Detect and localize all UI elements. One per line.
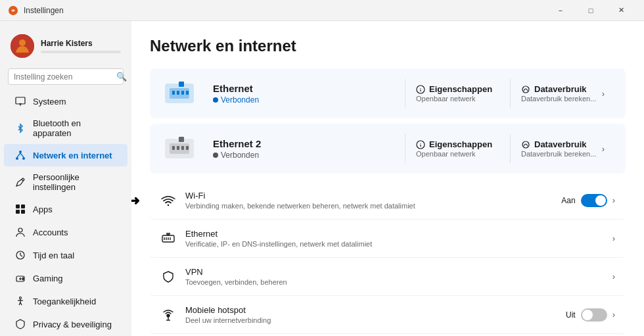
sidebar-item-netwerk[interactable]: Netwerk en internet <box>4 144 127 166</box>
ethernet-1-dataverbruik-sub: Dataverbruik bereken... <box>521 95 602 103</box>
ethernet-1-chevron: › <box>602 89 605 99</box>
clock-icon <box>14 249 26 261</box>
user-name: Harrie Kisters <box>41 39 121 48</box>
ethernet-2-chevron: › <box>602 144 605 154</box>
network-top-cards: Ethernet Verbonden Eigenschappen Openbaa… <box>150 68 626 174</box>
svg-line-19 <box>20 255 22 256</box>
bluetooth-icon <box>14 122 26 134</box>
ethernet-1-eigenschappen-label: Eigenschappen <box>429 84 492 94</box>
sidebar-item-apps[interactable]: Apps <box>4 198 127 220</box>
svg-rect-50 <box>186 146 189 150</box>
accessibility-icon <box>14 295 26 307</box>
svg-point-25 <box>20 297 22 299</box>
main-content: Netwerk en internet Ethernet <box>131 21 644 336</box>
wifi-chevron: › <box>612 195 615 205</box>
hotspot-title: Mobiele hotspot <box>185 305 557 315</box>
wifi-toggle[interactable] <box>581 194 607 207</box>
ethernet-list-chevron: › <box>612 233 615 243</box>
search-box[interactable]: 🔍 <box>8 68 124 85</box>
list-item-wifi[interactable]: ➜ Wi-Fi Verbinding maken, bekende netwer… <box>150 181 626 220</box>
svg-line-9 <box>17 153 20 157</box>
list-item-ethernet[interactable]: Ethernet Verificatie, IP- en DNS-instell… <box>150 220 626 258</box>
user-info: Harrie Kisters <box>41 39 121 53</box>
ethernet-2-dataverbruik[interactable]: Dataverbruik Dataverbruik bereken... › <box>510 134 615 163</box>
vpn-chevron: › <box>612 272 615 281</box>
svg-rect-36 <box>177 91 179 95</box>
svg-point-23 <box>22 277 24 279</box>
info-icon-2 <box>416 140 425 149</box>
hotspot-sub: Deel uw internetverbinding <box>185 316 557 324</box>
sidebar-item-accounts[interactable]: Accounts <box>4 221 127 243</box>
minimize-button[interactable]: − <box>545 0 576 21</box>
shield-icon <box>14 318 26 330</box>
search-input[interactable] <box>14 72 112 82</box>
svg-rect-3 <box>16 97 25 104</box>
close-button[interactable]: ✕ <box>606 0 636 21</box>
maximize-button[interactable]: □ <box>576 0 606 21</box>
ethernet-small-icon <box>160 231 176 247</box>
sidebar-item-tijd[interactable]: Tijd en taal <box>4 244 127 266</box>
svg-point-8 <box>22 157 25 160</box>
ethernet-1-dataverbruik[interactable]: Dataverbruik Dataverbruik bereken... › <box>510 79 615 108</box>
sidebar-item-bluetooth-label: Bluetooth en apparaten <box>33 118 117 138</box>
ethernet-card-1: Ethernet Verbonden Eigenschappen Openbaa… <box>150 68 626 118</box>
user-bar <box>41 51 121 53</box>
hotspot-toggle[interactable] <box>581 308 607 322</box>
paint-icon <box>14 176 26 188</box>
ethernet-list-text: Ethernet Verificatie, IP- en DNS-instell… <box>185 229 603 248</box>
window-controls: − □ ✕ <box>545 0 636 21</box>
list-item-hotspot[interactable]: Mobiele hotspot Deel uw internetverbindi… <box>150 296 626 334</box>
sidebar-item-privacy[interactable]: Privacy & beveiliging <box>4 313 127 335</box>
ethernet-1-status: Verbonden <box>213 95 394 105</box>
ethernet-card-2: Ethernet 2 Verbonden Eigenschappen Openb… <box>150 124 626 174</box>
apps-icon <box>14 203 26 215</box>
svg-point-16 <box>18 228 22 232</box>
hotspot-chevron: › <box>612 310 615 320</box>
ethernet-1-actions: Eigenschappen Openbaar netwerk Dataverbr… <box>405 79 615 108</box>
hotspot-text: Mobiele hotspot Deel uw internetverbindi… <box>185 305 557 324</box>
ethernet-2-status: Verbonden <box>213 151 394 160</box>
svg-point-7 <box>16 157 18 160</box>
ethernet-2-eigenschappen-sub: Openbaar netwerk <box>416 150 476 158</box>
wifi-title: Wi-Fi <box>185 191 552 201</box>
sidebar-item-bluetooth[interactable]: Bluetooth en apparaten <box>4 113 127 143</box>
hotspot-toggle-label: Uit <box>566 310 576 320</box>
sidebar-item-apps-label: Apps <box>33 204 53 214</box>
sidebar-item-gaming[interactable]: Gaming <box>4 267 127 289</box>
ethernet-icon-large-1 <box>160 76 202 110</box>
ethernet-2-eigenschappen[interactable]: Eigenschappen Openbaar netwerk <box>405 134 510 163</box>
wifi-icon <box>160 193 176 208</box>
svg-rect-47 <box>172 146 175 150</box>
sidebar-item-gaming-label: Gaming <box>33 274 63 283</box>
sidebar-item-netwerk-label: Netwerk en internet <box>33 151 112 160</box>
ethernet-2-actions: Eigenschappen Openbaar netwerk Dataverbr… <box>405 134 615 163</box>
sidebar: Harrie Kisters 🔍 Systeem Bluetooth en ap… <box>0 21 131 336</box>
hotspot-toggle-knob <box>582 310 593 320</box>
network-list: ➜ Wi-Fi Verbinding maken, bekende netwer… <box>150 181 626 336</box>
svg-point-62 <box>167 314 170 317</box>
ethernet-2-status-text: Verbonden <box>221 151 259 160</box>
svg-rect-14 <box>16 210 20 214</box>
ethernet-1-status-text: Verbonden <box>221 95 259 105</box>
svg-rect-12 <box>16 204 20 208</box>
svg-rect-15 <box>21 210 25 214</box>
display-icon <box>14 95 26 107</box>
list-item-vpn[interactable]: VPN Toevoegen, verbinden, beheren › <box>150 258 626 296</box>
sidebar-item-toegankelijkheid[interactable]: Toegankelijkheid <box>4 290 127 312</box>
sidebar-item-persoonlijk[interactable]: Persoonlijke instellingen <box>4 167 127 197</box>
ethernet-2-name: Ethernet 2 <box>213 138 394 149</box>
sidebar-item-toegankelijkheid-label: Toegankelijkheid <box>33 297 96 306</box>
vpn-title: VPN <box>185 267 603 277</box>
dataverbruik-icon-2 <box>521 140 530 149</box>
ethernet-1-eigenschappen[interactable]: Eigenschappen Openbaar netwerk <box>405 79 510 108</box>
hotspot-icon <box>160 307 176 323</box>
dataverbruik-icon-1 <box>521 85 530 94</box>
titlebar: Instellingen − □ ✕ <box>0 0 644 21</box>
ethernet-1-name: Ethernet <box>213 83 394 94</box>
sidebar-item-systeem[interactable]: Systeem <box>4 90 127 112</box>
sidebar-item-systeem-label: Systeem <box>33 97 66 107</box>
app-body: Harrie Kisters 🔍 Systeem Bluetooth en ap… <box>0 21 644 336</box>
ethernet-icon-large-2 <box>160 132 202 166</box>
wifi-toggle-knob <box>595 195 606 206</box>
page-title: Netwerk en internet <box>150 37 626 55</box>
